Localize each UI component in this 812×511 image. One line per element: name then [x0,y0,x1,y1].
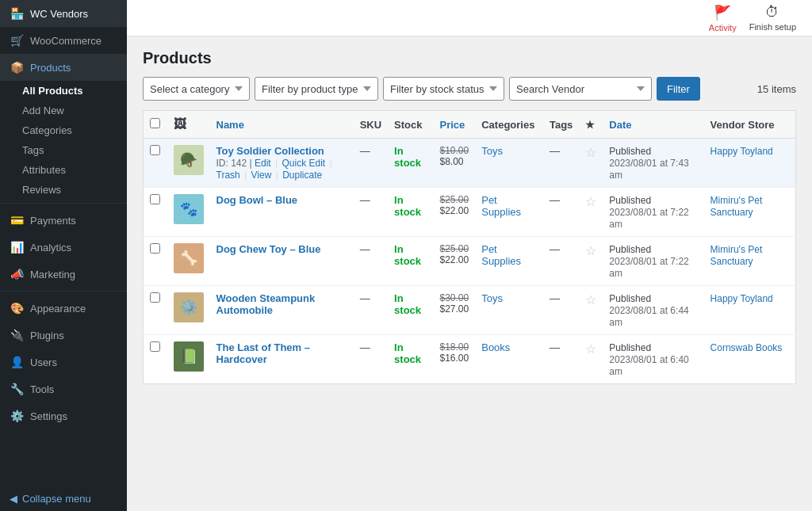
trash-link[interactable]: Trash [216,170,240,181]
date-header[interactable]: Date [603,111,703,139]
vendor-store-link[interactable]: Happy Toyland [710,146,773,157]
sidebar-item-users[interactable]: 👤 Users [0,349,127,376]
vendor-search-filter[interactable]: Search Vendor [509,77,652,101]
sku-cell: — [354,188,388,237]
sidebar: 🏪 WC Vendors 🛒 WooCommerce 📦 Products Al… [0,0,127,511]
category-filter[interactable]: Select a category [143,77,250,101]
vendor-store-link[interactable]: Mimiru's Pet Sanctuary [710,195,763,218]
date-status: Published [609,146,651,157]
sidebar-item-payments[interactable]: 💳 Payments [0,207,127,234]
product-thumbnail: ⚙️ [174,292,204,322]
product-name-link[interactable]: Toy Soldier Collection [216,145,347,157]
table-row: ⚙️ Wooden Steampunk Automobile — In stoc… [144,286,796,335]
filter-button[interactable]: Filter [657,77,700,101]
name-cell: Toy Soldier Collection ID: 142 | Edit | … [210,139,354,188]
category-link[interactable]: Toys [481,145,503,157]
row-checkbox[interactable] [150,243,160,254]
main-area: 🚩 Activity ⏱ Finish setup Products Selec… [127,0,812,511]
name-header[interactable]: Name [210,111,354,139]
price-header[interactable]: Price [434,111,476,139]
stock-cell: In stock [388,188,433,237]
users-icon: 👤 [10,355,24,369]
sidebar-item-products-label: Products [30,62,71,74]
date-cell: Published 2023/08/01 at 6:40 am [603,335,703,384]
sidebar-item-products[interactable]: 📦 Products [0,54,127,81]
sidebar-sub-categories[interactable]: Categories [0,120,127,140]
sidebar-sub-all-products[interactable]: All Products [0,81,127,101]
sidebar-sub-attributes[interactable]: Attributes [0,160,127,180]
star-button[interactable]: ☆ [585,146,596,159]
items-count: 15 items [757,83,796,95]
finish-setup-button[interactable]: ⏱ Finish setup [749,4,796,32]
price-cell: $10.00 $8.00 [434,139,476,188]
row-checkbox[interactable] [150,341,160,352]
product-id: ID: 142 | [216,158,255,169]
tags-cell: — [543,237,579,286]
page-title: Products [143,49,796,67]
price-current: $8.00 [440,156,469,167]
sidebar-sub-tags[interactable]: Tags [0,140,127,160]
price-original: $25.00 [440,243,469,254]
finish-setup-label: Finish setup [749,22,796,32]
date-cell: Published 2023/08/01 at 7:43 am [603,139,703,188]
sidebar-item-tools[interactable]: 🔧 Tools [0,376,127,402]
row-checkbox[interactable] [150,194,160,204]
vendor-store-link[interactable]: Mimiru's Pet Sanctuary [710,244,763,267]
price-current: $22.00 [440,254,469,265]
row-checkbox-cell [144,139,167,188]
stock-status-filter[interactable]: Filter by stock status [383,77,504,101]
sidebar-item-appearance[interactable]: 🎨 Appearance [0,295,127,322]
quick-edit-link[interactable]: Quick Edit [282,158,325,169]
categories-cell: Pet Supplies [475,237,543,286]
collapse-menu-button[interactable]: ◀ Collapse menu [0,486,127,511]
price-original: $18.00 [440,341,469,353]
activity-button[interactable]: 🚩 Activity [709,4,737,32]
star-button[interactable]: ☆ [585,342,596,356]
date-status: Published [609,195,651,206]
star-cell: ☆ [579,139,603,188]
star-button[interactable]: ☆ [585,293,596,307]
product-type-filter[interactable]: Filter by product type [255,77,378,101]
date-status: Published [609,293,651,304]
table-row: 🪖 Toy Soldier Collection ID: 142 | Edit … [144,139,796,188]
vendor-store-link[interactable]: Cornswab Books [710,342,783,353]
sidebar-item-marketing[interactable]: 📣 Marketing [0,261,127,288]
sidebar-item-wc-vendors[interactable]: 🏪 WC Vendors [0,0,127,27]
category-link[interactable]: Pet Supplies [481,243,521,267]
star-button[interactable]: ☆ [585,244,596,257]
category-link[interactable]: Toys [481,292,503,304]
appearance-icon: 🎨 [10,301,24,315]
duplicate-link[interactable]: Duplicate [282,170,322,181]
date-status: Published [609,244,651,255]
row-checkbox[interactable] [150,145,160,155]
vendor-cell: Mimiru's Pet Sanctuary [704,237,796,286]
row-checkbox[interactable] [150,292,160,303]
sidebar-item-analytics[interactable]: 📊 Analytics [0,234,127,261]
topbar: 🚩 Activity ⏱ Finish setup [127,0,812,36]
name-cell: Dog Bowl – Blue [210,188,354,237]
thumbnail-cell: 🦴 [167,237,210,286]
product-name-link[interactable]: Dog Bowl – Blue [216,194,347,206]
product-name-link[interactable]: The Last of Them – Hardcover [216,341,347,365]
date-cell: Published 2023/08/01 at 7:22 am [603,237,703,286]
category-link[interactable]: Books [481,341,510,353]
star-button[interactable]: ☆ [585,195,596,208]
sidebar-item-settings[interactable]: ⚙️ Settings [0,402,127,429]
view-link[interactable]: View [251,170,272,181]
vendor-store-link[interactable]: Happy Toyland [710,293,773,304]
edit-link[interactable]: Edit [255,158,271,169]
sidebar-item-tools-label: Tools [30,383,54,395]
category-link[interactable]: Pet Supplies [481,194,521,218]
sidebar-sub-reviews[interactable]: Reviews [0,180,127,200]
settings-icon: ⚙️ [10,409,24,423]
tags-cell: — [543,335,579,384]
collapse-icon: ◀ [10,493,17,505]
stock-status: In stock [394,194,421,218]
select-all-checkbox[interactable] [150,118,160,128]
sidebar-sub-add-new[interactable]: Add New [0,101,127,120]
vendor-cell: Happy Toyland [704,286,796,335]
sidebar-item-plugins[interactable]: 🔌 Plugins [0,322,127,349]
product-name-link[interactable]: Wooden Steampunk Automobile [216,292,347,316]
product-name-link[interactable]: Dog Chew Toy – Blue [216,243,347,255]
sidebar-item-woocommerce[interactable]: 🛒 WooCommerce [0,27,127,54]
